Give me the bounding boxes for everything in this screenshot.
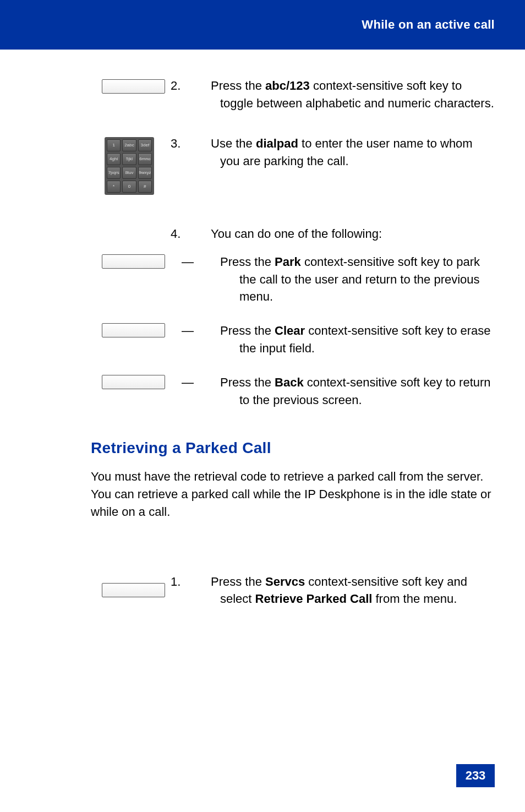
- step-4-item-clear: Clear —Press the Clear context-sensitive…: [91, 322, 495, 357]
- step-4-clear-text: —Press the Clear context-sensitive soft …: [195, 322, 495, 357]
- lower-step-1-text: 1.Press the Servcs context-sensitive sof…: [195, 573, 495, 612]
- lower-step-1-menulabel: Retrieve Parked Call: [255, 592, 373, 606]
- sub-text-before: Press the: [220, 375, 275, 389]
- softkey-abc-button[interactable]: abc: [102, 79, 165, 94]
- softkey-park-button[interactable]: Park: [102, 254, 165, 269]
- sub-keylabel: Back: [275, 375, 304, 389]
- step-2-keylabel: abc/123: [265, 79, 310, 92]
- step-4-item-park: Park —Press the Park context-sensitive s…: [91, 253, 495, 306]
- step-2: abc 2.Press the abc/123 context-sensitiv…: [91, 77, 495, 116]
- softkey-label: abc: [128, 83, 139, 90]
- step-4-sublist: Park —Press the Park context-sensitive s…: [91, 253, 495, 409]
- step-2-text-before: Press the: [211, 79, 265, 92]
- step-4-back-icon-col: Back: [91, 374, 195, 389]
- softkey-clear-button[interactable]: Clear: [102, 323, 165, 337]
- step-3-keylabel: dialpad: [256, 137, 298, 150]
- sub-text-before: Press the: [220, 324, 275, 337]
- step-4-clear-icon-col: Clear: [91, 322, 195, 337]
- header-title: While on an active call: [362, 18, 495, 32]
- step-4-number: 4.: [195, 225, 211, 243]
- step-4-intro-line: You can do one of the following:: [211, 227, 382, 241]
- step-3-text: 3.Use the dialpad to enter the user name…: [195, 135, 495, 173]
- dash-marker: —: [201, 374, 220, 391]
- dialpad-key: 4ghi: [107, 153, 121, 165]
- step-4-item-back: Back —Press the Back context-sensitive s…: [91, 374, 495, 409]
- section-body: You must have the retrieval code to retr…: [91, 468, 495, 521]
- step-4-intro: 4.You can do one of the following:: [91, 225, 495, 246]
- step-3-text-before: Use the: [211, 137, 256, 150]
- dash-marker: —: [201, 253, 220, 271]
- step-4-back-text: —Press the Back context-sensitive soft k…: [195, 374, 495, 409]
- sub-keylabel: Park: [275, 255, 301, 269]
- sub-keylabel: Clear: [275, 324, 305, 337]
- lower-step-1-number: 1.: [195, 573, 211, 591]
- dialpad-key: #: [138, 181, 152, 193]
- header-bar: While on an active call: [118, 0, 525, 50]
- softkey-back-button[interactable]: Back: [102, 375, 165, 389]
- dialpad-key: 7pqrs: [107, 167, 121, 179]
- dash-marker: —: [201, 322, 220, 340]
- softkey-label: Servcs: [123, 586, 144, 594]
- step-3: 1 2abc 3def 4ghi 5jkl 6mno 7pqrs 8tuv 9w…: [91, 135, 495, 195]
- dialpad-key: 1: [107, 139, 121, 151]
- step-4-park-icon-col: Park: [91, 253, 195, 269]
- softkey-label: Park: [127, 258, 140, 265]
- page-number: 233: [456, 764, 495, 787]
- step-3-number: 3.: [195, 135, 211, 152]
- dialpad-key: *: [107, 181, 121, 193]
- dialpad-key: 2abc: [122, 139, 136, 151]
- step-4-intro-text: 4.You can do one of the following:: [195, 225, 495, 246]
- left-stripe: [0, 0, 118, 50]
- lower-step-1-keylabel: Servcs: [265, 575, 305, 588]
- sub-text-before: Press the: [220, 255, 275, 269]
- page-content: abc 2.Press the abc/123 context-sensitiv…: [91, 77, 495, 630]
- dialpad-key: 3def: [138, 139, 152, 151]
- lower-step-1: Servcs 1.Press the Servcs context-sensit…: [91, 573, 495, 612]
- softkey-label: Clear: [125, 326, 141, 334]
- section-heading-retrieving: Retrieving a Parked Call: [91, 439, 495, 457]
- step-2-text: 2.Press the abc/123 context-sensitive so…: [195, 77, 495, 116]
- dialpad-key: 0: [122, 181, 136, 193]
- dialpad-key: 6mno: [138, 153, 152, 165]
- dialpad-key: 9wxyz: [138, 167, 152, 179]
- softkey-servcs-button[interactable]: Servcs: [102, 583, 165, 597]
- lower-step-1-text-before: Press the: [211, 575, 265, 588]
- dialpad-key: 8tuv: [122, 167, 136, 179]
- dialpad-icon: 1 2abc 3def 4ghi 5jkl 6mno 7pqrs 8tuv 9w…: [105, 137, 154, 195]
- lower-step-1-text-after: from the menu.: [372, 592, 457, 606]
- lower-step-block: Servcs 1.Press the Servcs context-sensit…: [91, 573, 495, 612]
- step-4-park-text: —Press the Park context-sensitive soft k…: [195, 253, 495, 306]
- dialpad-key: 5jkl: [122, 153, 136, 165]
- step-2-number: 2.: [195, 77, 211, 95]
- softkey-label: Back: [126, 378, 141, 386]
